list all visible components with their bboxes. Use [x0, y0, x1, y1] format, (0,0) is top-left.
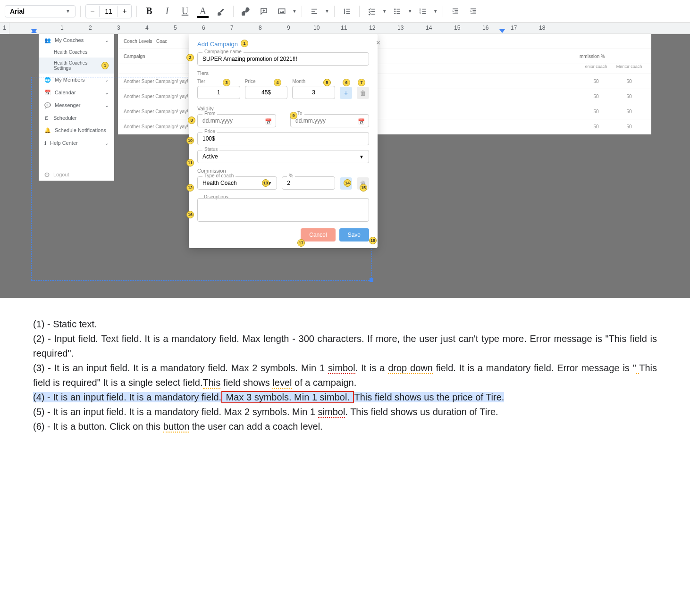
percent-input[interactable]: [287, 180, 330, 186]
delete-tier-button[interactable]: 🗑: [357, 87, 369, 99]
annotation-marker: 7: [358, 79, 365, 86]
app-sidebar: 👥My Coaches⌄ Health Coaches Health Coach…: [39, 34, 114, 181]
line-spacing-button[interactable]: [339, 4, 354, 19]
font-family-select[interactable]: Arial ▼: [5, 5, 76, 17]
increase-font-button[interactable]: +: [118, 5, 131, 18]
underline-button[interactable]: U: [177, 4, 193, 19]
to-date-input[interactable]: [295, 117, 364, 124]
insert-image-button[interactable]: [274, 4, 289, 19]
resize-handle[interactable]: [370, 278, 373, 282]
align-button[interactable]: [307, 4, 322, 19]
type-coach-select[interactable]: Health Coach: [202, 180, 237, 186]
chevron-down-icon[interactable]: ▼: [382, 8, 387, 14]
from-date-input[interactable]: [202, 117, 271, 124]
annotation-marker: 17: [297, 239, 305, 247]
chevron-down-icon: ▼: [66, 8, 70, 14]
divider: [359, 6, 360, 17]
validity-label: Validity: [197, 106, 369, 111]
tier-month-input[interactable]: [292, 86, 335, 99]
text-color-button[interactable]: A: [195, 4, 210, 19]
numbered-list-button[interactable]: 123: [415, 4, 430, 19]
divider: [80, 6, 81, 17]
checklist-button[interactable]: [364, 4, 379, 19]
annotation-marker: 18: [369, 237, 377, 244]
annotation-marker: 15: [360, 184, 367, 191]
annotation-marker: 6: [343, 79, 350, 86]
annotation-marker: 5: [323, 79, 331, 86]
divider: [302, 6, 302, 17]
paragraph: (5) - It is an input field. It is a mand…: [33, 405, 657, 419]
annotation-marker: 13: [262, 179, 269, 187]
highlight-button[interactable]: [213, 4, 228, 19]
calendar-icon[interactable]: 📅: [265, 118, 272, 125]
paragraph: (2) - Input field. Text field. It is a m…: [33, 332, 657, 361]
first-line-indent-marker[interactable]: [31, 29, 37, 33]
insert-link-button[interactable]: [238, 4, 253, 19]
annotation-marker: 4: [274, 79, 281, 86]
annotation-marker: 1: [241, 40, 248, 47]
divider: [334, 6, 335, 17]
font-size-value[interactable]: 11: [99, 6, 118, 17]
paragraph: (1) - Static text.: [33, 317, 657, 332]
calendar-icon[interactable]: 📅: [358, 118, 365, 125]
status-field[interactable]: Status Active ▼: [197, 150, 369, 163]
cancel-button[interactable]: Cancel: [301, 228, 335, 241]
annotation-marker: 3: [223, 79, 230, 86]
annotation-marker: 12: [186, 184, 194, 191]
svg-point-1: [394, 8, 395, 10]
svg-point-3: [394, 13, 395, 14]
save-button[interactable]: Save: [339, 228, 369, 241]
embedded-image[interactable]: 👥My Coaches⌄ Health Coaches Health Coach…: [0, 34, 690, 298]
chevron-down-icon[interactable]: ▼: [433, 8, 438, 14]
tier-input[interactable]: [197, 86, 240, 99]
modal-title: Add Campaign: [197, 41, 369, 48]
toolbar: Arial ▼ − 11 + B I U A ▼ ▼ ▼ ▼ 123 ▼: [0, 0, 690, 23]
document-body[interactable]: (1) - Static text. (2) - Input field. Te…: [0, 298, 690, 453]
horizontal-ruler[interactable]: 1 2 3 4 5 6 7 8 9 10 11 12 13 14 15 16 1…: [9, 23, 690, 34]
bold-button[interactable]: B: [142, 4, 157, 19]
decrease-indent-button[interactable]: [448, 4, 463, 19]
add-tier-button[interactable]: +: [340, 87, 352, 99]
annotation-marker: 9: [290, 112, 297, 119]
annotation-marker: 16: [186, 211, 194, 218]
increase-indent-button[interactable]: [466, 4, 481, 19]
campaign-name-field[interactable]: Campaigne name: [197, 52, 369, 66]
campaign-name-input[interactable]: [202, 56, 364, 62]
description-textarea[interactable]: [197, 198, 369, 222]
italic-button[interactable]: I: [160, 4, 175, 19]
svg-point-2: [394, 10, 395, 12]
chevron-down-icon[interactable]: ▼: [408, 8, 412, 14]
tiers-label: Tiers: [197, 70, 369, 76]
price-field[interactable]: Price: [197, 132, 369, 145]
right-indent-marker[interactable]: [499, 29, 505, 33]
chevron-down-icon[interactable]: ▼: [325, 8, 329, 14]
bullet-list-button[interactable]: [390, 4, 405, 19]
close-icon[interactable]: ×: [376, 39, 380, 47]
paragraph: (3) - It is an input field. It is a mand…: [33, 361, 657, 390]
font-size-group: − 11 +: [85, 4, 132, 18]
vertical-ruler-origin: 1: [0, 23, 9, 34]
decrease-font-button[interactable]: −: [86, 5, 99, 18]
svg-rect-0: [278, 8, 285, 14]
price-input[interactable]: [202, 135, 364, 142]
paragraph: (4) - It is an input field. It is a mand…: [33, 390, 657, 405]
add-campaign-modal: × Add Campaign Campaigne name Tiers Tier…: [189, 34, 378, 248]
chevron-down-icon[interactable]: ▼: [359, 154, 364, 159]
font-name: Arial: [10, 8, 25, 15]
divider: [233, 6, 234, 17]
divider: [443, 6, 443, 17]
tier-price-input[interactable]: [245, 86, 288, 99]
add-comment-button[interactable]: [256, 4, 271, 19]
annotation-marker: 14: [344, 179, 351, 187]
ruler-row: 1 1 2 3 4 5 6 7 8 9 10 11 12 13 14 15 16…: [0, 23, 690, 34]
chevron-down-icon[interactable]: ▼: [292, 8, 297, 14]
annotation-marker: 10: [186, 137, 194, 144]
annotation-marker: 2: [186, 54, 194, 61]
annotation-marker: 8: [188, 117, 195, 124]
annotation-marker: 11: [186, 159, 194, 166]
divider: [136, 6, 137, 17]
paragraph: (6) - It is a button. Click on this butt…: [33, 419, 657, 434]
svg-text:3: 3: [419, 12, 421, 15]
document-canvas: 👥My Coaches⌄ Health Coaches Health Coach…: [0, 34, 690, 453]
